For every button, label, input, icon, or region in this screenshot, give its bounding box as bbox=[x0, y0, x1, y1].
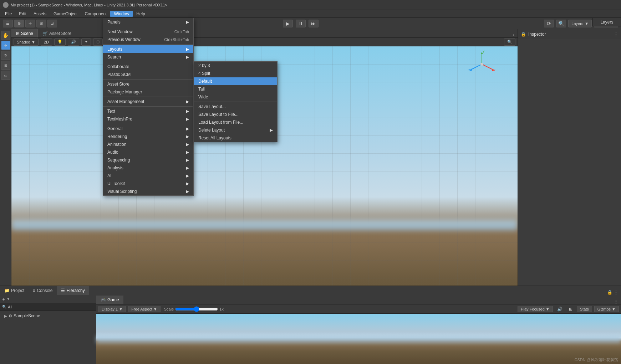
layout-default[interactable]: Default bbox=[194, 77, 277, 85]
menu-separator-5 bbox=[103, 97, 193, 97]
history-btn[interactable]: ⟳ bbox=[544, 20, 554, 27]
menu-collaborate[interactable]: Collaborate bbox=[103, 63, 193, 71]
watermark: CSDN @风吹落叶花飘荡 bbox=[575, 357, 618, 363]
game-panel-tabs: 🎮 Game ⋮ bbox=[96, 295, 621, 304]
stats-btn[interactable]: Stats bbox=[577, 306, 592, 312]
menu-help[interactable]: Help bbox=[133, 11, 149, 17]
menu-component[interactable]: Component bbox=[81, 11, 110, 17]
scene-fx-btn[interactable]: ✦ bbox=[81, 39, 91, 46]
hierarchy-search: 🔍 All bbox=[0, 303, 96, 311]
hand-tool[interactable]: ✋ bbox=[1, 31, 10, 40]
layers-dropdown[interactable]: Layers ▼ bbox=[568, 20, 592, 27]
menu-asset-store[interactable]: Asset Store bbox=[103, 80, 193, 88]
svg-text:X: X bbox=[493, 68, 495, 72]
menu-sequencing[interactable]: Sequencing ▶ bbox=[103, 156, 193, 164]
svg-text:Z: Z bbox=[468, 68, 470, 72]
lock-icon: 🔒 bbox=[521, 32, 526, 37]
play-button[interactable]: ▶ bbox=[283, 20, 293, 27]
menu-bar: File Edit Assets GameObject Component Wi… bbox=[0, 10, 621, 18]
menu-plastic-scm[interactable]: Plastic SCM bbox=[103, 71, 193, 78]
menu-search[interactable]: Search ▶ bbox=[103, 53, 193, 61]
menu-textmeshpro[interactable]: TextMeshPro ▶ bbox=[103, 115, 193, 123]
scene-shading-btn[interactable]: Shaded ▼ bbox=[14, 39, 39, 46]
menu-rendering[interactable]: Rendering ▶ bbox=[103, 133, 193, 140]
menu-general[interactable]: General ▶ bbox=[103, 125, 193, 133]
hierarchy-add-btn[interactable]: + bbox=[2, 296, 5, 302]
tab-console[interactable]: ≡ Console bbox=[29, 286, 57, 295]
bottom-lock-btn[interactable]: 🔒 bbox=[607, 290, 612, 295]
menu-ai[interactable]: AI ▶ bbox=[103, 172, 193, 180]
menu-animation[interactable]: Animation ▶ bbox=[103, 140, 193, 148]
window-title: My project (1) - SampleScene - Windows, … bbox=[11, 3, 167, 7]
menu-panels[interactable]: Panels ▶ bbox=[103, 18, 193, 26]
svg-line-3 bbox=[482, 64, 493, 70]
layout-4split[interactable]: 4 Split bbox=[194, 70, 277, 77]
menu-asset-management[interactable]: Asset Management ▶ bbox=[103, 98, 193, 106]
load-layout-from-file-btn[interactable]: Load Layout from File... bbox=[194, 118, 277, 126]
game-view-content bbox=[96, 314, 621, 364]
rotate-tool[interactable]: ↻ bbox=[1, 51, 10, 60]
scale-tool-btn[interactable]: ⊿ bbox=[47, 20, 57, 27]
scale-tool[interactable]: ⊞ bbox=[1, 61, 10, 70]
move-tool-btn[interactable]: ✛ bbox=[25, 20, 35, 27]
pause-button[interactable]: ⏸ bbox=[296, 20, 306, 27]
scene-light-btn[interactable]: 💡 bbox=[54, 39, 66, 46]
inspector-more-btn[interactable]: ⋮ bbox=[614, 32, 618, 37]
scene-2d-btn[interactable]: 2D bbox=[41, 39, 52, 46]
save-layout-to-file-btn[interactable]: Save Layout to File... bbox=[194, 111, 277, 118]
search-toolbar-btn[interactable]: 🔍 bbox=[556, 20, 566, 27]
transform-tool-btn[interactable]: ⊕ bbox=[14, 20, 24, 27]
inspector-content bbox=[518, 39, 621, 45]
rect-transform-tool[interactable]: ▭ bbox=[1, 71, 10, 80]
layout-tall[interactable]: Tall bbox=[194, 85, 277, 93]
tab-project[interactable]: 📁 Project bbox=[0, 286, 29, 295]
main-toolbar: ☰ ⊕ ✛ ⊞ ⊿ ▶ ⏸ ⏭ ⟳ 🔍 Layers ▼ Default ▼ bbox=[0, 18, 621, 29]
scene-more-btn[interactable]: ⋮ bbox=[512, 34, 515, 37]
rect-tool-btn[interactable]: ⊞ bbox=[36, 20, 46, 27]
menu-separator-2 bbox=[103, 44, 193, 45]
menu-assets[interactable]: Assets bbox=[30, 11, 50, 17]
menu-gameobject[interactable]: GameObject bbox=[50, 11, 81, 17]
menu-window[interactable]: Window bbox=[110, 11, 133, 17]
game-more-btn[interactable]: ⋮ bbox=[611, 299, 621, 304]
scene-search-input[interactable]: 🔍 bbox=[504, 39, 515, 46]
game-display-btn[interactable]: Display 1 ▼ bbox=[98, 306, 126, 312]
audio-btn[interactable]: 🔊 bbox=[555, 306, 565, 312]
menu-audio[interactable]: Audio ▶ bbox=[103, 148, 193, 156]
layout-2by3[interactable]: 2 by 3 bbox=[194, 62, 277, 70]
grid-btn[interactable]: ⊞ bbox=[567, 306, 575, 312]
play-focused-btn[interactable]: Play Focused ▼ bbox=[518, 306, 553, 312]
tab-scene[interactable]: ⊞ Scene bbox=[11, 29, 38, 37]
menu-text[interactable]: Text ▶ bbox=[103, 107, 193, 115]
scene-camera-btn[interactable]: ⊞ bbox=[93, 39, 103, 46]
save-layout-btn[interactable]: Save Layout... bbox=[194, 103, 277, 111]
menu-layouts[interactable]: Layouts ▶ bbox=[103, 45, 193, 53]
menu-analysis[interactable]: Analysis ▶ bbox=[103, 164, 193, 172]
search-icon: 🔍 bbox=[2, 305, 6, 309]
menu-file[interactable]: File bbox=[1, 11, 15, 17]
scale-slider[interactable] bbox=[175, 307, 218, 311]
hand-tool-btn[interactable]: ☰ bbox=[3, 20, 13, 27]
sample-scene-item[interactable]: ▶ ⚙ SampleScene bbox=[3, 312, 93, 319]
reset-all-layouts-btn[interactable]: Reset All Layouts bbox=[194, 134, 277, 142]
layout-wide[interactable]: Wide bbox=[194, 93, 277, 101]
menu-next-window[interactable]: Next Window Ctrl+Tab bbox=[103, 28, 193, 36]
menu-separator-1 bbox=[103, 27, 193, 27]
delete-layout-btn[interactable]: Delete Layout ▶ bbox=[194, 126, 277, 134]
menu-visual-scripting[interactable]: Visual Scripting ▶ bbox=[103, 188, 193, 195]
tab-asset-store[interactable]: 🛒 Asset Store bbox=[38, 29, 76, 37]
bottom-more-btn[interactable]: ⋮ bbox=[614, 290, 618, 295]
menu-previous-window[interactable]: Previous Window Ctrl+Shift+Tab bbox=[103, 36, 193, 43]
step-button[interactable]: ⏭ bbox=[309, 20, 319, 27]
gizmos-game-btn[interactable]: Gizmos ▼ bbox=[594, 306, 619, 312]
svg-text:Y: Y bbox=[483, 50, 485, 53]
menu-edit[interactable]: Edit bbox=[15, 11, 30, 17]
move-gizmo-tool[interactable]: ✛ bbox=[1, 41, 10, 50]
menu-ui-toolkit[interactable]: UI Toolkit ▶ bbox=[103, 180, 193, 188]
tab-hierarchy[interactable]: ☰ Hierarchy bbox=[57, 286, 89, 295]
menu-package-manager[interactable]: Package Manager bbox=[103, 88, 193, 96]
scene-audio-btn[interactable]: 🔊 bbox=[68, 39, 79, 46]
layers-panel-label: Layers bbox=[592, 18, 621, 26]
game-aspect-btn[interactable]: Free Aspect ▼ bbox=[128, 306, 161, 312]
tab-game[interactable]: 🎮 Game bbox=[96, 296, 123, 304]
